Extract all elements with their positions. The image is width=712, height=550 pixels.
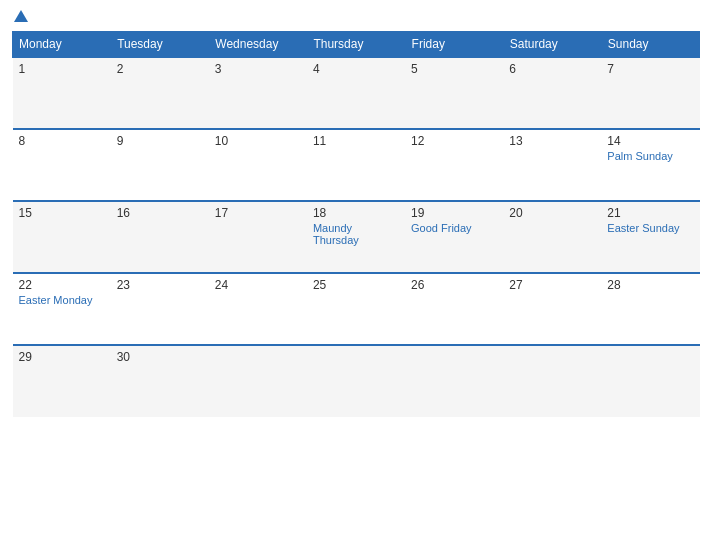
day-number: 27 <box>509 278 595 292</box>
day-cell <box>601 345 699 417</box>
day-cell: 15 <box>13 201 111 273</box>
day-number: 28 <box>607 278 693 292</box>
day-cell: 5 <box>405 57 503 129</box>
day-cell: 25 <box>307 273 405 345</box>
day-number: 7 <box>607 62 693 76</box>
day-cell: 10 <box>209 129 307 201</box>
day-cell: 26 <box>405 273 503 345</box>
day-cell: 12 <box>405 129 503 201</box>
day-cell: 19Good Friday <box>405 201 503 273</box>
day-cell: 1 <box>13 57 111 129</box>
day-number: 9 <box>117 134 203 148</box>
day-cell: 16 <box>111 201 209 273</box>
weekday-header-tuesday: Tuesday <box>111 32 209 58</box>
day-number: 1 <box>19 62 105 76</box>
calendar-body: 1234567891011121314Palm Sunday15161718Ma… <box>13 57 700 417</box>
week-row-3: 15161718Maundy Thursday19Good Friday2021… <box>13 201 700 273</box>
day-number: 13 <box>509 134 595 148</box>
day-cell: 11 <box>307 129 405 201</box>
day-cell: 8 <box>13 129 111 201</box>
day-number: 30 <box>117 350 203 364</box>
week-row-4: 22Easter Monday232425262728 <box>13 273 700 345</box>
day-cell <box>209 345 307 417</box>
day-cell: 28 <box>601 273 699 345</box>
holiday-label: Maundy Thursday <box>313 222 399 246</box>
day-cell: 13 <box>503 129 601 201</box>
day-cell: 3 <box>209 57 307 129</box>
weekday-header-wednesday: Wednesday <box>209 32 307 58</box>
day-number: 8 <box>19 134 105 148</box>
day-cell: 27 <box>503 273 601 345</box>
day-number: 17 <box>215 206 301 220</box>
weekday-header-monday: Monday <box>13 32 111 58</box>
calendar-table: MondayTuesdayWednesdayThursdayFridaySatu… <box>12 31 700 417</box>
day-cell: 7 <box>601 57 699 129</box>
day-cell: 24 <box>209 273 307 345</box>
day-number: 5 <box>411 62 497 76</box>
day-number: 10 <box>215 134 301 148</box>
logo <box>12 10 28 23</box>
day-cell: 18Maundy Thursday <box>307 201 405 273</box>
calendar-header: MondayTuesdayWednesdayThursdayFridaySatu… <box>13 32 700 58</box>
logo-triangle-icon <box>14 10 28 22</box>
day-cell: 23 <box>111 273 209 345</box>
day-cell: 21Easter Sunday <box>601 201 699 273</box>
day-cell: 4 <box>307 57 405 129</box>
day-number: 3 <box>215 62 301 76</box>
day-number: 2 <box>117 62 203 76</box>
day-cell: 17 <box>209 201 307 273</box>
weekday-header-saturday: Saturday <box>503 32 601 58</box>
day-number: 24 <box>215 278 301 292</box>
day-number: 20 <box>509 206 595 220</box>
calendar-page: MondayTuesdayWednesdayThursdayFridaySatu… <box>0 0 712 550</box>
day-number: 11 <box>313 134 399 148</box>
week-row-2: 891011121314Palm Sunday <box>13 129 700 201</box>
holiday-label: Good Friday <box>411 222 497 234</box>
day-number: 4 <box>313 62 399 76</box>
day-cell <box>307 345 405 417</box>
day-cell: 30 <box>111 345 209 417</box>
day-cell: 6 <box>503 57 601 129</box>
weekday-header-thursday: Thursday <box>307 32 405 58</box>
holiday-label: Easter Sunday <box>607 222 693 234</box>
day-number: 19 <box>411 206 497 220</box>
holiday-label: Palm Sunday <box>607 150 693 162</box>
day-number: 15 <box>19 206 105 220</box>
day-cell: 14Palm Sunday <box>601 129 699 201</box>
day-cell: 29 <box>13 345 111 417</box>
day-number: 6 <box>509 62 595 76</box>
day-number: 23 <box>117 278 203 292</box>
day-number: 21 <box>607 206 693 220</box>
weekday-header-sunday: Sunday <box>601 32 699 58</box>
day-number: 26 <box>411 278 497 292</box>
day-number: 18 <box>313 206 399 220</box>
day-number: 14 <box>607 134 693 148</box>
holiday-label: Easter Monday <box>19 294 105 306</box>
weekday-header-friday: Friday <box>405 32 503 58</box>
header <box>12 10 700 23</box>
day-number: 29 <box>19 350 105 364</box>
day-cell: 22Easter Monday <box>13 273 111 345</box>
week-row-5: 2930 <box>13 345 700 417</box>
day-number: 25 <box>313 278 399 292</box>
day-number: 16 <box>117 206 203 220</box>
week-row-1: 1234567 <box>13 57 700 129</box>
weekday-row: MondayTuesdayWednesdayThursdayFridaySatu… <box>13 32 700 58</box>
day-cell: 9 <box>111 129 209 201</box>
day-number: 12 <box>411 134 497 148</box>
day-cell <box>503 345 601 417</box>
day-cell <box>405 345 503 417</box>
day-number: 22 <box>19 278 105 292</box>
day-cell: 20 <box>503 201 601 273</box>
day-cell: 2 <box>111 57 209 129</box>
